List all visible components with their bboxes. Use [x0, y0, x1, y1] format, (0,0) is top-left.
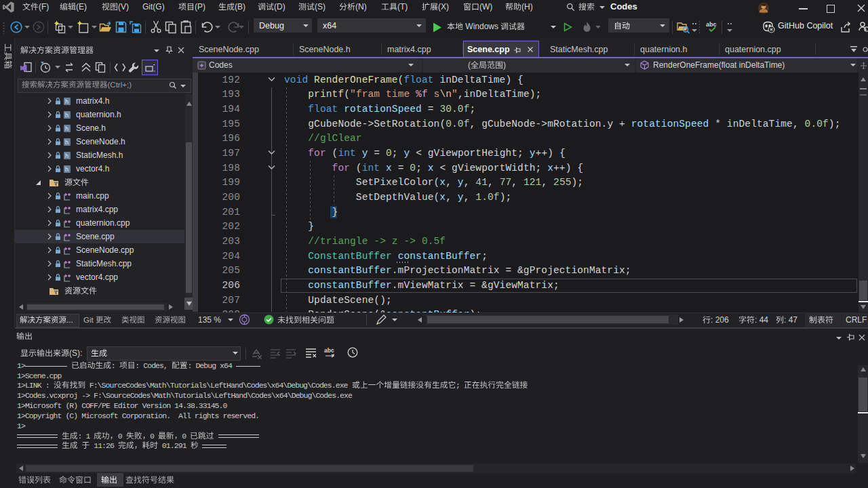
svg-text:h: h — [65, 166, 68, 173]
svg-text:h: h — [65, 125, 68, 132]
svg-text:h: h — [65, 98, 68, 105]
svg-text:h: h — [65, 112, 68, 119]
svg-text:abc: abc — [706, 21, 717, 28]
svg-text:h: h — [65, 152, 68, 159]
svg-text:abc: abc — [324, 347, 334, 354]
svg-text:h: h — [65, 139, 68, 146]
